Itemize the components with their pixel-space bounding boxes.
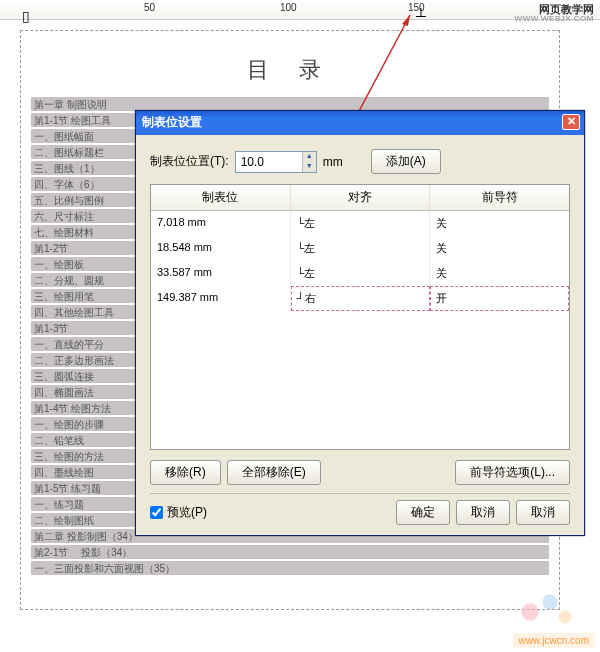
preview-checkbox-label[interactable]: 预览(P) [150,504,207,521]
dialog-title: 制表位设置 [142,115,202,129]
add-button[interactable]: 添加(A) [371,149,441,174]
table-cell[interactable]: 18.548 mm [151,236,291,261]
table-row[interactable]: 18.548 mm└左关 [151,236,569,261]
tab-position-label: 制表位位置(T): [150,153,229,170]
horizontal-ruler[interactable]: 50 100 150 ┴ ▯ 网页教学网 WWW.WEBJX.COM [0,0,600,20]
unit-label: mm [323,155,343,169]
spin-up-icon[interactable]: ▲ [302,152,316,162]
ok-button[interactable]: 确定 [396,500,450,525]
remove-button[interactable]: 移除(R) [150,460,221,485]
table-row[interactable]: 7.018 mm└左关 [151,211,569,236]
table-cell[interactable]: 7.018 mm [151,211,291,236]
table-cell[interactable]: 33.587 mm [151,261,291,286]
site-url: WWW.WEBJX.COM [515,14,594,23]
table-cell[interactable]: └左 [291,211,431,236]
table-cell[interactable]: 关 [430,211,569,236]
tab-settings-dialog: 制表位设置 ✕ 制表位位置(T): ▲ ▼ mm 添加(A) 制表位 对齐 前导… [135,110,585,536]
tab-stops-table[interactable]: 制表位 对齐 前导符 7.018 mm└左关18.548 mm└左关33.587… [150,184,570,450]
toc-line: 一、三面投影和六面视图（35） [31,561,549,575]
divider [150,493,570,494]
help-button[interactable]: 取消 [516,500,570,525]
preview-checkbox[interactable] [150,506,163,519]
ruler-indent-left[interactable]: ▯ [22,8,30,24]
tab-position-input[interactable] [236,152,302,172]
table-cell[interactable]: ┘右 [291,286,430,311]
close-button[interactable]: ✕ [562,114,580,130]
preview-text: 预览(P) [167,504,207,521]
tab-position-spinner[interactable]: ▲ ▼ [235,151,317,173]
col-tabstop[interactable]: 制表位 [151,185,291,211]
table-row[interactable]: 33.587 mm└左关 [151,261,569,286]
col-leader[interactable]: 前导符 [430,185,569,211]
table-cell[interactable]: └左 [291,261,431,286]
ruler-mark: 100 [280,2,297,13]
table-cell[interactable]: 149.387 mm [151,286,291,311]
table-cell[interactable]: 开 [430,286,569,311]
table-cell[interactable]: 关 [430,236,569,261]
ruler-mark: 50 [144,2,155,13]
col-align[interactable]: 对齐 [291,185,431,211]
toc-line: 第一章 制图说明 [31,97,549,111]
watermark: www.jcwcn.com [513,633,594,648]
table-cell[interactable]: 关 [430,261,569,286]
decorative-flowers [510,592,590,632]
dialog-titlebar[interactable]: 制表位设置 ✕ [136,111,584,135]
document-title: 目 录 [31,55,549,85]
toc-line: 第2-1节 投影（34） [31,545,549,559]
cancel-button[interactable]: 取消 [456,500,510,525]
table-row[interactable]: 149.387 mm┘右开 [151,286,569,311]
remove-all-button[interactable]: 全部移除(E) [227,460,321,485]
spin-down-icon[interactable]: ▼ [302,162,316,172]
table-cell[interactable]: └左 [291,236,431,261]
ruler-tab-marker[interactable]: ┴ [416,8,426,24]
leader-options-button[interactable]: 前导符选项(L)... [455,460,570,485]
